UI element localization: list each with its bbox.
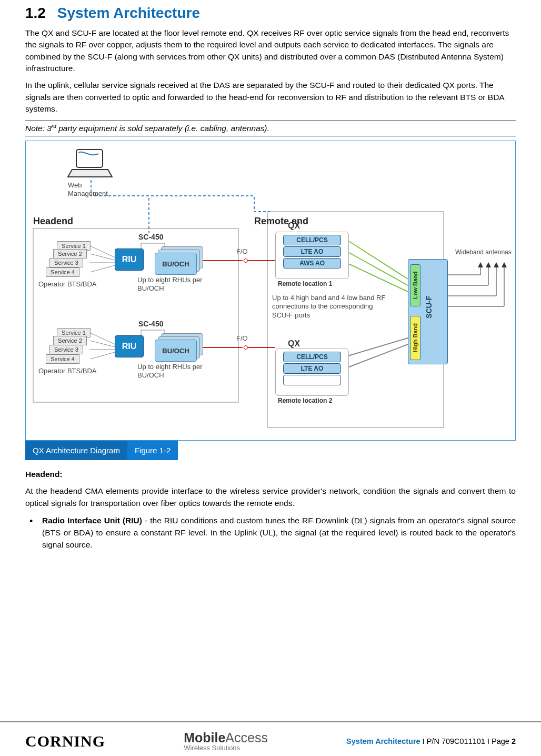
sc450-label-1: SC-450 — [138, 233, 163, 241]
note-sup: rd — [52, 123, 56, 129]
ma-subtitle: Wireless Solutions — [184, 744, 268, 751]
rhu-note-1: Up to eight RHUs per BU/OCH — [137, 276, 211, 292]
svg-line-9 — [90, 341, 115, 347]
laptop-icon — [67, 147, 114, 181]
footer-right: System Architecture I P/N 709C011101 I P… — [346, 737, 516, 745]
svg-line-2 — [90, 246, 115, 257]
figure-caption-row: QX Architecture Diagram Figure 1-2 — [25, 441, 516, 460]
fo-circle-1 — [244, 258, 248, 263]
svg-line-3 — [90, 254, 115, 260]
diagram-frame: Web Management Headend Remote end Servic… — [25, 141, 516, 441]
riu-bullet: Radio Interface Unit (RIU) - the RIU con… — [25, 514, 516, 551]
riu-label: Radio Interface Unit (RIU) — [42, 516, 142, 525]
riu-1: RIU — [115, 248, 144, 271]
section-title: System Architecture — [57, 5, 200, 21]
low-band: Low Band — [410, 264, 420, 306]
note-suffix: party equipment is sold separately (i.e.… — [56, 124, 269, 133]
mod-1-1: CELL/PCS — [283, 235, 341, 245]
svg-line-14 — [346, 240, 408, 279]
mod-2-2: LTE AO — [283, 363, 341, 374]
ma-light: Access — [225, 730, 268, 745]
paragraph-1: The QX and SCU-F are located at the floo… — [25, 27, 516, 75]
service-3a: Service 3 — [49, 258, 83, 267]
svg-line-16 — [346, 263, 408, 292]
mod-1-2: LTE AO — [283, 246, 341, 257]
section-heading: 1.2 System Architecture — [25, 4, 516, 22]
architecture-diagram: Web Management Headend Remote end Servic… — [28, 143, 513, 438]
footer-pn: I P/N 709C011101 I Page — [420, 737, 512, 745]
mod-1-3: AWS AO — [283, 258, 341, 268]
fo-label-2: F/O — [236, 334, 248, 342]
headend-paragraph: At the headend CMA elements provide inte… — [25, 485, 516, 509]
headend-label: Headend — [33, 216, 73, 227]
loc-2: Remote location 2 — [278, 397, 332, 404]
headend-heading: Headend: — [25, 470, 516, 479]
service-2b: Service 2 — [53, 336, 87, 345]
operator-2: Operator BTS/BDA — [38, 367, 97, 375]
bu-2: BU/OCH — [155, 340, 197, 362]
footer-section: System Architecture — [346, 737, 420, 745]
svg-line-8 — [90, 333, 115, 344]
ma-bold: Mobile — [184, 730, 225, 745]
service-3b: Service 3 — [49, 345, 83, 354]
fo-label-1: F/O — [236, 247, 248, 255]
conn-note: Up to 4 high band and 4 low band RF conn… — [272, 294, 388, 320]
note-prefix: Note: 3 — [25, 124, 52, 133]
qx-label-1: QX — [288, 221, 300, 231]
operator-1: Operator BTS/BDA — [38, 280, 97, 288]
svg-line-15 — [346, 251, 408, 285]
bullet-list: Radio Interface Unit (RIU) - the RIU con… — [25, 514, 516, 551]
paragraph-2: In the uplink, cellular service signals … — [25, 79, 516, 115]
web-mgmt-label: Web Management — [68, 181, 108, 197]
mod-2-blank — [283, 375, 341, 385]
qx-label-2: QX — [288, 339, 300, 349]
bu-1: BU/OCH — [155, 253, 197, 275]
page-footer: CORNING MobileAccess Wireless Solutions … — [0, 721, 541, 756]
remote-end-label: Remote end — [254, 216, 308, 227]
svg-line-5 — [90, 265, 115, 272]
caption-spacer — [178, 441, 516, 460]
caption-right: Figure 1-2 — [127, 441, 178, 460]
section-number: 1.2 — [25, 5, 46, 21]
corning-logo: CORNING — [25, 732, 105, 750]
footer-page: 2 — [512, 737, 516, 745]
scuf-label: SCU-F — [425, 296, 433, 319]
caption-left: QX Architecture Diagram — [25, 441, 127, 460]
svg-line-18 — [346, 344, 408, 368]
high-band: High Band — [410, 316, 420, 360]
note-box: Note: 3rd party equipment is sold separa… — [25, 121, 516, 136]
service-4a: Service 4 — [46, 267, 79, 277]
loc-1: Remote location 1 — [278, 280, 332, 287]
rhu-note-2: Up to eight RHUs per BU/OCH — [137, 363, 211, 379]
antennas-label: Wideband antennas — [455, 248, 512, 256]
mod-2-1: CELL/PCS — [283, 352, 341, 362]
svg-line-11 — [90, 352, 115, 359]
service-4b: Service 4 — [46, 354, 79, 364]
service-2a: Service 2 — [53, 249, 87, 258]
sc450-label-2: SC-450 — [138, 320, 163, 328]
riu-2: RIU — [115, 335, 144, 357]
svg-line-17 — [346, 338, 408, 356]
fo-circle-2 — [244, 345, 248, 350]
mobileaccess-logo: MobileAccess Wireless Solutions — [184, 731, 268, 751]
